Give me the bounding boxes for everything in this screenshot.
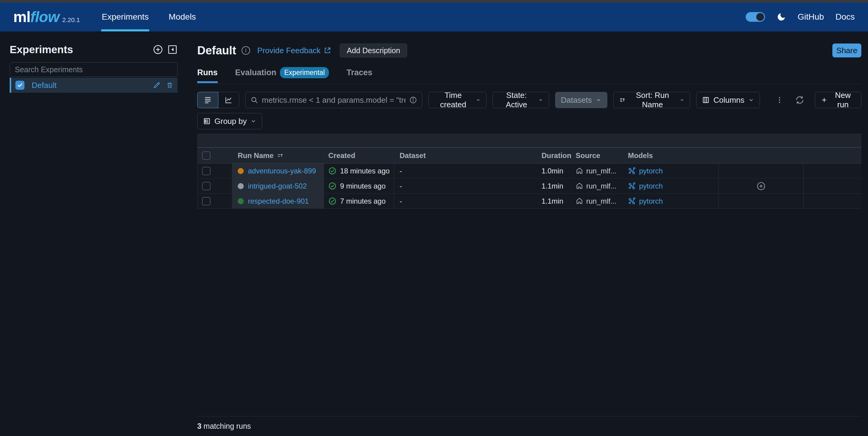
window-top-border (0, 0, 868, 2)
column-header-models[interactable]: Models (626, 151, 718, 160)
share-button[interactable]: Share (832, 43, 861, 57)
row-checkbox[interactable] (202, 197, 211, 205)
run-name-link[interactable]: respected-doe-901 (248, 197, 309, 205)
columns-label: Columns (713, 95, 744, 105)
finished-status-icon (328, 167, 336, 175)
run-name-header-label: Run Name (238, 151, 274, 160)
run-model-link[interactable]: pytorch (639, 182, 663, 191)
finished-status-icon (328, 197, 336, 205)
experiment-checkbox[interactable] (16, 81, 25, 90)
sort-icon (619, 96, 626, 104)
moon-icon (776, 12, 786, 22)
add-column-icon[interactable] (756, 181, 766, 191)
columns-dropdown[interactable]: Columns (696, 92, 760, 108)
collapse-sidebar-button[interactable] (167, 45, 178, 55)
docs-link[interactable]: Docs (835, 12, 855, 22)
state-filter-dropdown[interactable]: State: Active (493, 92, 549, 108)
provide-feedback-link[interactable]: Provide Feedback (257, 46, 332, 55)
column-header-duration[interactable]: Duration (541, 151, 576, 160)
nav-tab-models[interactable]: Models (168, 2, 196, 31)
row-checkbox[interactable] (202, 167, 211, 175)
sort-dropdown[interactable]: Sort: Run Name (613, 92, 690, 108)
run-duration: 1.1min (541, 182, 563, 191)
nav-tabs: Experiments Models (101, 2, 215, 31)
finished-status-icon (328, 182, 336, 190)
tab-evaluation-label: Evaluation (235, 68, 277, 77)
nav-tab-experiments[interactable]: Experiments (101, 2, 150, 31)
theme-toggle[interactable] (746, 12, 765, 22)
list-view-button[interactable] (197, 92, 218, 108)
experiment-name-label[interactable]: Default (32, 81, 57, 90)
refresh-button[interactable] (795, 95, 805, 105)
edit-experiment-icon[interactable] (153, 81, 161, 89)
group-by-dropdown[interactable]: Group by (197, 113, 262, 129)
mlflow-logo[interactable]: mlflow 2.20.1 (13, 8, 80, 26)
search-icon (250, 96, 258, 104)
chevron-down-icon (680, 97, 685, 103)
tab-runs-label: Runs (197, 68, 218, 77)
tab-traces-label: Traces (346, 68, 372, 77)
experiment-info-icon[interactable]: i (242, 46, 250, 55)
time-created-dropdown[interactable]: Time created (428, 92, 486, 108)
row-checkbox[interactable] (202, 182, 211, 191)
run-source-link[interactable]: run_mlf... (586, 197, 616, 205)
delete-experiment-icon[interactable] (166, 82, 173, 89)
chevron-down-icon (748, 97, 754, 103)
search-experiments-input[interactable] (10, 62, 178, 77)
tab-evaluation[interactable]: Evaluation Experimental (235, 67, 329, 84)
datasets-label: Datasets (561, 95, 592, 105)
chart-view-icon (224, 96, 233, 104)
run-source-link[interactable]: run_mlf... (586, 182, 616, 191)
sort-ascending-icon[interactable] (277, 152, 284, 159)
run-name-link[interactable]: adventurous-yak-899 (248, 167, 316, 175)
add-description-button[interactable]: Add Description (340, 43, 407, 57)
source-header-label: Source (576, 151, 600, 160)
run-name-link[interactable]: intrigued-goat-502 (248, 182, 307, 191)
sidebar-item-default[interactable]: Default (10, 78, 178, 93)
create-experiment-button[interactable] (153, 45, 163, 55)
plus-icon (821, 96, 827, 104)
model-graph-icon (628, 182, 636, 190)
column-header-run-name[interactable]: Run Name (232, 151, 324, 160)
run-duration: 1.0min (541, 167, 563, 175)
duration-header-label: Duration (541, 151, 571, 160)
run-created-time: 7 minutes ago (340, 197, 386, 205)
model-graph-icon (628, 197, 636, 205)
theme-toggle-knob (756, 13, 764, 21)
page-title: Default (197, 44, 236, 57)
add-column-area (718, 164, 804, 209)
state-filter-label: State: Active (498, 91, 534, 109)
tab-traces[interactable]: Traces (346, 68, 372, 83)
chevron-down-icon (538, 97, 543, 103)
column-header-dataset[interactable]: Dataset (394, 151, 541, 160)
run-dataset: - (400, 167, 402, 175)
search-info-icon[interactable] (409, 96, 417, 104)
select-all-checkbox[interactable] (202, 151, 211, 160)
logo-flow-text: flow (30, 8, 59, 26)
more-options-button[interactable] (776, 95, 783, 105)
version-label: 2.20.1 (62, 16, 80, 24)
column-header-source[interactable]: Source (576, 151, 626, 160)
column-header-created[interactable]: Created (324, 151, 394, 160)
matching-runs-count: 3 (197, 422, 202, 430)
runs-table: Run Name Created Dataset Duration Source… (197, 134, 861, 209)
run-model-link[interactable]: pytorch (639, 197, 663, 205)
runs-search-input[interactable] (262, 95, 406, 105)
dataset-header-label: Dataset (400, 151, 426, 160)
run-created-time: 9 minutes ago (340, 182, 386, 191)
new-run-button[interactable]: New run (815, 92, 861, 108)
created-header-label: Created (328, 151, 355, 160)
chart-view-button[interactable] (218, 92, 239, 108)
table-toolbar-strip (197, 134, 861, 148)
view-mode-segmented-control (197, 92, 239, 108)
notebook-source-icon (576, 167, 583, 175)
run-dataset: - (400, 182, 402, 191)
github-link[interactable]: GitHub (798, 12, 824, 22)
experimental-badge: Experimental (280, 67, 329, 78)
notebook-source-icon (576, 197, 583, 205)
chevron-down-icon (476, 97, 481, 103)
tab-runs[interactable]: Runs (197, 68, 218, 83)
chevron-down-icon (250, 118, 256, 124)
run-source-link[interactable]: run_mlf... (586, 167, 616, 175)
run-model-link[interactable]: pytorch (639, 167, 663, 175)
